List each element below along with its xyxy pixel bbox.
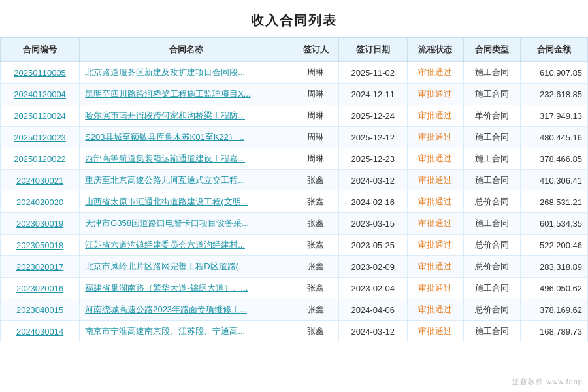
contract-type-cell: 总价合同	[464, 256, 521, 278]
table-body: 20250110005北京路道服务区新建及改扩建项目合同段...周琳2025-1…	[1, 62, 588, 342]
table-row: 20250120022西部高等航道集装箱运输通道建设工程嘉...周琳2025-1…	[1, 148, 588, 170]
contract-id-cell[interactable]: 20250110005	[1, 62, 80, 84]
contract-date-cell: 2025-12-23	[338, 148, 407, 170]
contract-date-cell: 2023-03-15	[338, 213, 407, 235]
contract-type-cell: 施工合同	[464, 213, 521, 235]
table-row: 2024030021重庆至北京高速公路九河互通式立交工程...张鑫2024-03…	[1, 170, 588, 191]
contract-name-cell[interactable]: 山西省太原市汇通北街道路建设工程(文明...	[80, 191, 293, 213]
table-header: 合同编号 合同名称 签订人 签订日期 流程状态 合同类型 合同金额	[1, 38, 588, 62]
contract-amount-cell: 232,618.85	[520, 84, 587, 105]
contract-status-cell: 审批通过	[407, 278, 464, 299]
contract-amount-cell: 480,445.16	[520, 127, 587, 148]
contract-amount-cell: 601,534.35	[520, 213, 587, 235]
contract-amount-cell: 378,466.85	[520, 148, 587, 170]
table-row: 2023030019天津市G358国道路口电警卡口项目设备采...张鑫2023-…	[1, 213, 588, 235]
contract-name-cell[interactable]: 西部高等航道集装箱运输通道建设工程嘉...	[80, 148, 293, 170]
contract-date-cell: 2024-02-16	[338, 191, 407, 213]
page-title: 收入合同列表	[251, 13, 337, 27]
contract-type-cell: 总价合同	[464, 191, 521, 213]
table-row: 20240120004昆明至四川路跨河桥梁工程施工监理项目X...周琳2024-…	[1, 84, 588, 105]
col-header-amount: 合同金额	[520, 38, 587, 62]
contract-name-cell[interactable]: 昆明至四川路跨河桥梁工程施工监理项目X...	[80, 84, 293, 105]
contract-table: 合同编号 合同名称 签订人 签订日期 流程状态 合同类型 合同金额 202501…	[0, 37, 588, 342]
contract-name-cell[interactable]: S203县城至额敏县库鲁木苏K01至K22）...	[80, 127, 293, 148]
contract-type-cell: 施工合同	[464, 278, 521, 299]
contract-amount-cell: 410,306.41	[520, 170, 587, 191]
page-container: 收入合同列表 合同编号 合同名称 签订人 签订日期 流程状态 合同类型 合同金额…	[0, 0, 588, 392]
table-row: 2023020016福建省巢湖南路（繁华大道-锦绣大道）、...张鑫2023-0…	[1, 278, 588, 299]
contract-type-cell: 总价合同	[464, 299, 521, 321]
contract-name-cell[interactable]: 南京市宁淮高速南京段、江苏段、宁通高...	[80, 321, 293, 342]
contract-status-cell: 审批通过	[407, 213, 464, 235]
contract-id-cell[interactable]: 2023030019	[1, 213, 80, 235]
contract-date-cell: 2025-11-02	[338, 62, 407, 84]
contract-id-cell[interactable]: 2023020016	[1, 278, 80, 299]
table-row: 2024020020山西省太原市汇通北街道路建设工程(文明...张鑫2024-0…	[1, 191, 588, 213]
table-wrap: 合同编号 合同名称 签订人 签订日期 流程状态 合同类型 合同金额 202501…	[0, 37, 588, 342]
contract-amount-cell: 268,531.21	[520, 191, 587, 213]
table-row: 2023020017北京市凤岭北片区路网完善工程D区道路(...张鑫2023-0…	[1, 256, 588, 278]
contract-amount-cell: 283,318.89	[520, 256, 587, 278]
contract-signer-cell: 周琳	[293, 105, 338, 127]
contract-name-cell[interactable]: 北京市凤岭北片区路网完善工程D区道路(...	[80, 256, 293, 278]
contract-status-cell: 审批通过	[407, 299, 464, 321]
contract-signer-cell: 周琳	[293, 84, 338, 105]
contract-id-cell[interactable]: 2024020020	[1, 191, 80, 213]
contract-status-cell: 审批通过	[407, 105, 464, 127]
contract-name-cell[interactable]: 哈尔滨市南开街段跨何家和沟桥梁工程防...	[80, 105, 293, 127]
contract-type-cell: 施工合同	[464, 148, 521, 170]
col-header-name: 合同名称	[80, 38, 293, 62]
contract-id-cell[interactable]: 2024030021	[1, 170, 80, 191]
contract-date-cell: 2024-12-11	[338, 84, 407, 105]
contract-signer-cell: 张鑫	[293, 213, 338, 235]
contract-id-cell[interactable]: 2023020017	[1, 256, 80, 278]
contract-type-cell: 施工合同	[464, 321, 521, 342]
contract-status-cell: 审批通过	[407, 235, 464, 256]
contract-date-cell: 2024-03-12	[338, 321, 407, 342]
col-header-signer: 签订人	[293, 38, 338, 62]
contract-status-cell: 审批通过	[407, 170, 464, 191]
table-row: 20250120023S203县城至额敏县库鲁木苏K01至K22）...周琳20…	[1, 127, 588, 148]
contract-status-cell: 审批通过	[407, 148, 464, 170]
contract-amount-cell: 610,907.85	[520, 62, 587, 84]
contract-id-cell[interactable]: 20250120024	[1, 105, 80, 127]
contract-name-cell[interactable]: 江苏省六道沟镇经建委员会六道沟经建村...	[80, 235, 293, 256]
contract-amount-cell: 378,169.62	[520, 299, 587, 321]
contract-signer-cell: 张鑫	[293, 299, 338, 321]
contract-signer-cell: 周琳	[293, 127, 338, 148]
contract-type-cell: 施工合同	[464, 84, 521, 105]
contract-signer-cell: 张鑫	[293, 278, 338, 299]
contract-date-cell: 2024-03-12	[338, 170, 407, 191]
contract-id-cell[interactable]: 20250120022	[1, 148, 80, 170]
contract-id-cell[interactable]: 2023040015	[1, 299, 80, 321]
contract-status-cell: 审批通过	[407, 127, 464, 148]
contract-name-cell[interactable]: 福建省巢湖南路（繁华大道-锦绣大道）、...	[80, 278, 293, 299]
contract-status-cell: 审批通过	[407, 84, 464, 105]
contract-status-cell: 审批通过	[407, 62, 464, 84]
contract-id-cell[interactable]: 2023050018	[1, 235, 80, 256]
contract-type-cell: 施工合同	[464, 127, 521, 148]
contract-id-cell[interactable]: 20240120004	[1, 84, 80, 105]
page-title-wrap: 收入合同列表	[0, 0, 588, 37]
contract-signer-cell: 周琳	[293, 62, 338, 84]
contract-type-cell: 总价合同	[464, 235, 521, 256]
contract-id-cell[interactable]: 20250120023	[1, 127, 80, 148]
contract-signer-cell: 张鑫	[293, 235, 338, 256]
contract-name-cell[interactable]: 天津市G358国道路口电警卡口项目设备采...	[80, 213, 293, 235]
contract-date-cell: 2023-02-09	[338, 256, 407, 278]
contract-name-cell[interactable]: 北京路道服务区新建及改扩建项目合同段...	[80, 62, 293, 84]
contract-type-cell: 单价合同	[464, 105, 521, 127]
contract-status-cell: 审批通过	[407, 321, 464, 342]
contract-id-cell[interactable]: 2024030014	[1, 321, 80, 342]
contract-date-cell: 2025-12-24	[338, 105, 407, 127]
contract-amount-cell: 317,949.13	[520, 105, 587, 127]
contract-name-cell[interactable]: 河南绕城高速公路2023年路面专项维修工...	[80, 299, 293, 321]
contract-status-cell: 审批通过	[407, 191, 464, 213]
contract-signer-cell: 张鑫	[293, 170, 338, 191]
contract-date-cell: 2023-02-04	[338, 278, 407, 299]
contract-type-cell: 施工合同	[464, 62, 521, 84]
contract-amount-cell: 168,789.73	[520, 321, 587, 342]
contract-signer-cell: 张鑫	[293, 256, 338, 278]
contract-name-cell[interactable]: 重庆至北京高速公路九河互通式立交工程...	[80, 170, 293, 191]
contract-signer-cell: 张鑫	[293, 321, 338, 342]
